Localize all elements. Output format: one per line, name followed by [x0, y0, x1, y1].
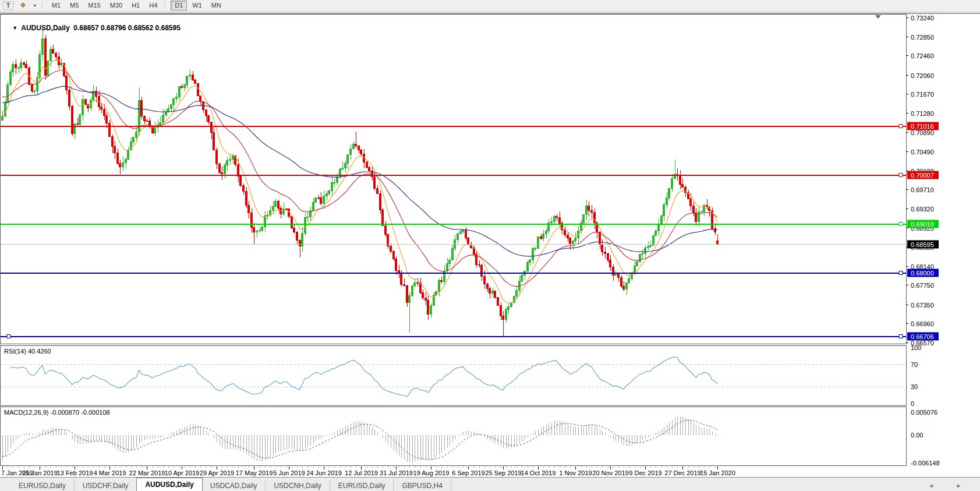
candle-bull: [409, 296, 411, 302]
drawing-tools-icon: ❖: [20, 2, 26, 9]
timeframe-button-M1[interactable]: M1: [48, 1, 65, 10]
timeframe-button-M30[interactable]: M30: [106, 1, 126, 10]
candle-bull: [516, 291, 518, 296]
candle-bear: [489, 289, 491, 294]
candle-bull: [307, 217, 309, 217]
tab-scroll-arrows[interactable]: ◄ ►: [929, 483, 972, 489]
candle-bear: [690, 199, 692, 206]
candle-bear: [479, 265, 480, 266]
candle-bear: [206, 110, 207, 116]
candle-bear: [106, 116, 108, 123]
candle-bull: [636, 262, 638, 266]
chart-tab-usdchf-daily[interactable]: USDCHF,Daily: [75, 480, 137, 491]
h-line-label-0.68000-text: 0.68000: [911, 270, 934, 277]
candle-bear: [441, 281, 443, 281]
candle-bear: [109, 123, 111, 136]
date-label: 25 Jan 2019: [22, 469, 58, 476]
candle-bear: [299, 241, 301, 246]
candle-bear: [487, 284, 489, 288]
candle-bull: [323, 196, 325, 204]
chart-tab-eurusd-daily[interactable]: EURUSD,Daily: [330, 480, 394, 491]
candle-bull: [173, 99, 175, 105]
timeframe-button-M5[interactable]: M5: [66, 1, 83, 10]
candle-bear: [194, 80, 196, 83]
chart-tab-gbpusd-h4[interactable]: GBPUSD,H4: [394, 480, 451, 491]
price-tick-label: 0.72460: [911, 52, 934, 59]
candle-bull: [666, 198, 668, 205]
candle-bear: [66, 76, 68, 90]
candle-bear: [358, 146, 360, 150]
price-tick-label: 0.71280: [911, 110, 934, 117]
chart-tab-bar: EURUSD,DailyUSDCHF,DailyAUDUSD,DailyUSDC…: [0, 477, 980, 491]
candle-bull: [645, 248, 646, 253]
candle-bull: [125, 159, 127, 163]
rsi-level-label: 30: [911, 383, 918, 390]
candle-bull: [492, 291, 494, 293]
candle-bear: [95, 91, 97, 97]
candle-bull: [50, 50, 52, 61]
chart-tab-eurusd-daily[interactable]: EURUSD,Daily: [10, 480, 75, 491]
date-label: 10 Apr 2019: [165, 469, 199, 476]
date-label: 9 Dec 2019: [629, 469, 661, 476]
drawing-tools-dropdown[interactable]: ▾: [31, 1, 38, 10]
candle-bull: [347, 155, 349, 164]
candle-bear: [465, 229, 467, 238]
timeframe-button-MN[interactable]: MN: [207, 1, 225, 10]
price-tick-label: 0.70490: [911, 149, 934, 156]
timeframe-button-W1[interactable]: W1: [188, 1, 206, 10]
chart-tab-usdcad-daily[interactable]: USDCAD,Daily: [202, 480, 266, 491]
timeframe-button-H4[interactable]: H4: [145, 1, 161, 10]
candle-bull: [79, 115, 81, 125]
candle-bull: [47, 61, 49, 76]
collapse-chart-icon[interactable]: ▼: [12, 25, 17, 31]
ohlc-open: 0.68657: [73, 24, 98, 32]
date-label: 17 May 2019: [236, 469, 273, 476]
macd-label: MACD(12,26,9) -0.000870 -0.000108: [4, 409, 110, 416]
candle-bear: [253, 228, 255, 232]
toolbar-separator: [165, 1, 167, 8]
candle-bear: [45, 38, 47, 75]
candle-bull: [529, 260, 531, 263]
price-tick-label: 0.69320: [911, 206, 934, 213]
candle-bear: [55, 53, 57, 56]
chart-tab-audusd-daily[interactable]: AUDUSD,Daily: [136, 478, 202, 491]
candle-bear: [85, 100, 87, 104]
candle-bull: [460, 231, 462, 234]
candle-bear: [146, 121, 148, 122]
h-line-handle: [899, 174, 903, 177]
candle-bear: [494, 291, 496, 298]
candle-bull: [20, 62, 22, 68]
timeframe-button-H1[interactable]: H1: [128, 1, 144, 10]
chart-canvas[interactable]: 0.732400.728500.724600.720600.716700.712…: [0, 0, 980, 491]
date-label: 1 Nov 2019: [559, 469, 592, 476]
candle-bear: [621, 278, 622, 287]
drawing-tools-button[interactable]: ❖: [16, 1, 30, 10]
candle-bull: [449, 260, 451, 263]
candle-bull: [186, 76, 188, 84]
candle-bull: [334, 182, 335, 183]
candle-bull: [586, 206, 588, 214]
price-tick-label: 0.72850: [911, 34, 934, 41]
window-divider[interactable]: [0, 10, 980, 14]
candle-bear: [503, 316, 504, 320]
candle-bear: [369, 168, 370, 171]
chart-tab-usdcnh-daily[interactable]: USDCNH,Daily: [266, 480, 330, 491]
candle-bull: [128, 150, 129, 159]
candle-bear: [200, 96, 201, 101]
candle-bull: [527, 262, 529, 271]
timeframe-button-D1[interactable]: D1: [171, 1, 187, 10]
timeframe-button-M15[interactable]: M15: [84, 1, 104, 10]
candle-bear: [481, 265, 483, 276]
candle-bull: [668, 189, 670, 198]
candle-bull: [259, 230, 261, 231]
candle-bear: [26, 64, 27, 68]
candle-bull: [160, 122, 161, 125]
candle-bear: [101, 107, 102, 109]
price-tick-label: 0.73240: [911, 15, 934, 22]
macd-pane-frame: [1, 407, 907, 466]
text-tool-button[interactable]: T: [3, 1, 13, 10]
candle-bear: [393, 252, 395, 259]
h-line-handle: [899, 335, 903, 338]
h-line-handle: [899, 125, 903, 128]
candle-bear: [390, 246, 392, 252]
